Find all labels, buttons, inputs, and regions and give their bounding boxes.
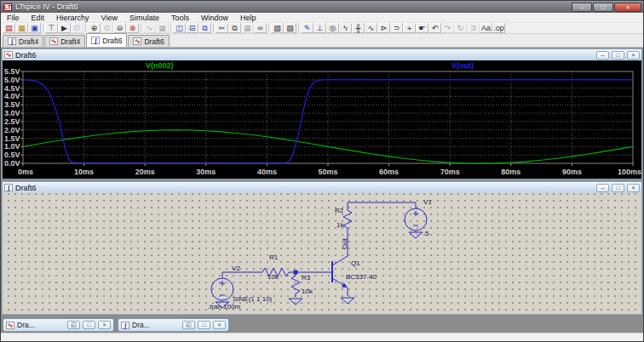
maximize-button[interactable]: □ xyxy=(593,3,613,12)
menu-hierarchy[interactable]: Hierarchy xyxy=(50,14,95,22)
v2-value-label[interactable]: SINE(1 1 10) xyxy=(233,295,272,303)
schematic-canvas[interactable]: V2 SINE(1 1 10) .tran 100m R1 10k R3 10k… xyxy=(3,193,641,314)
maximize-button[interactable]: □ xyxy=(83,321,95,329)
zoom-full-extents-button[interactable]: ⊗ xyxy=(126,23,139,33)
run-button[interactable]: ▶ xyxy=(58,23,71,33)
zoom-back-button[interactable]: ⊙ xyxy=(101,23,113,33)
tile-vertically-button[interactable]: ◫ xyxy=(173,23,186,33)
tile-horizontally-button[interactable]: ⊟ xyxy=(186,23,198,33)
r1-value-label[interactable]: 10k xyxy=(267,273,279,281)
v1-name-label[interactable]: V1 xyxy=(423,198,432,206)
minimize-button[interactable]: – xyxy=(596,51,609,60)
close-button[interactable]: × xyxy=(614,3,641,12)
restore-button[interactable]: □ xyxy=(612,184,624,192)
title-bar[interactable]: LT LTspice IV - Draft6 – □ × xyxy=(1,1,643,13)
wire[interactable] xyxy=(348,202,416,208)
minimized-draft4-schematic[interactable]: ∿ ʃ Dra... ◱ □ × xyxy=(118,318,229,332)
tab-draft4-waveform[interactable]: ∿ ʃ Draft4 xyxy=(44,35,85,47)
new-schematic-button[interactable]: ▤ xyxy=(3,23,15,33)
copy-bitmap-button[interactable]: ▧ xyxy=(271,23,284,33)
svg-text:3.0V: 3.0V xyxy=(4,109,20,117)
copy-button[interactable]: ⧉ xyxy=(228,23,241,33)
draw-wire-button[interactable]: ✎ xyxy=(301,23,313,33)
plot-settings-button[interactable]: ▦ xyxy=(156,23,169,33)
mirror-button[interactable]: Ǝ xyxy=(467,23,480,33)
trace-label[interactable]: V(n002) xyxy=(146,61,174,70)
menu-edit[interactable]: Edit xyxy=(26,14,51,22)
menu-file[interactable]: File xyxy=(1,14,26,22)
menu-window[interactable]: Window xyxy=(195,14,234,22)
svg-text:3.5V: 3.5V xyxy=(4,100,20,109)
v1-value-label[interactable]: 5 xyxy=(425,230,428,237)
r3-resistor[interactable] xyxy=(289,272,302,305)
place-component-button[interactable]: ⊃ xyxy=(390,23,403,33)
move-button[interactable]: ＋ xyxy=(403,23,416,33)
tab-draft6-waveform[interactable]: ∿ ʃ Draft6 xyxy=(128,35,169,47)
open-button[interactable]: ▦ xyxy=(15,23,28,33)
q1-name-label[interactable]: Q1 xyxy=(351,259,360,267)
waveform-plot-svg[interactable]: 5.5V5.0V4.5V4.0V3.5V3.0V2.5V2.0V1.5V1.0V… xyxy=(3,60,643,179)
place-inductor-button[interactable]: ∿ xyxy=(365,23,377,33)
undo-button[interactable]: ↶ xyxy=(428,23,441,33)
cascade-windows-button[interactable]: ⧉ xyxy=(198,23,211,33)
close-button[interactable]: × xyxy=(627,184,640,192)
svg-text:70ms: 70ms xyxy=(440,168,460,176)
halt-button[interactable]: ∅ xyxy=(71,23,83,33)
r2-resistor[interactable] xyxy=(343,207,352,231)
restore-button[interactable]: □ xyxy=(612,51,624,60)
paste-button[interactable]: ▦ xyxy=(241,23,254,33)
waveform-plot-area[interactable]: 5.5V5.0V4.5V4.0V3.5V3.0V2.5V2.0V1.5V1.0V… xyxy=(3,60,641,179)
minimize-button[interactable]: – xyxy=(572,3,592,12)
menu-help[interactable]: Help xyxy=(234,14,262,22)
rotate-button[interactable]: ↻ xyxy=(454,23,467,33)
trace-label[interactable]: V(out) xyxy=(451,61,474,70)
place-text-button[interactable]: Aa xyxy=(480,23,492,33)
menu-simulate[interactable]: Simulate xyxy=(124,14,165,22)
svg-text:90ms: 90ms xyxy=(562,168,582,176)
menu-tools[interactable]: Tools xyxy=(165,14,195,22)
place-capacitor-button[interactable]: ╫ xyxy=(352,23,365,33)
v2-name-label[interactable]: V2 xyxy=(232,265,240,272)
close-button[interactable]: × xyxy=(98,321,111,329)
spice-directive-button[interactable]: .op xyxy=(492,23,505,33)
close-button[interactable]: × xyxy=(627,51,640,60)
svg-text:100ms: 100ms xyxy=(618,168,641,176)
r1-name-label[interactable]: R1 xyxy=(269,254,278,261)
save-button[interactable]: ▣ xyxy=(28,23,41,33)
tab-draft4-schematic[interactable]: ∿ ʃ Draft4 xyxy=(3,35,43,47)
restore-button[interactable]: ◱ xyxy=(182,321,195,329)
control-panel-button[interactable]: ⊤ xyxy=(45,23,58,33)
drag-button[interactable]: ☛ xyxy=(416,23,428,33)
zoom-out-button[interactable]: ⊖ xyxy=(113,23,126,33)
r3-name-label[interactable]: R3 xyxy=(302,274,310,282)
schematic-drawing[interactable] xyxy=(3,193,643,314)
toolbar-separator xyxy=(83,23,88,33)
label-net-button[interactable]: ◎ xyxy=(326,23,339,33)
r2-value-label[interactable]: 1k xyxy=(336,221,343,229)
place-resistor-button[interactable]: ϟ xyxy=(339,23,352,33)
svg-text:4.0V: 4.0V xyxy=(4,92,20,100)
cut-button[interactable]: ✂ xyxy=(216,23,228,33)
minimize-button[interactable]: – xyxy=(596,184,609,192)
q1-value-label[interactable]: BC337-40 xyxy=(346,273,377,281)
zoom-in-button[interactable]: ⊕ xyxy=(88,23,101,33)
redo-button[interactable]: ↷ xyxy=(441,23,454,33)
waveform-window-titlebar[interactable]: ∿ Draft6 – □ × xyxy=(3,49,641,60)
place-ground-button[interactable]: ⊥ xyxy=(313,23,326,33)
find-button[interactable]: ∞ xyxy=(254,23,267,33)
maximize-button[interactable]: □ xyxy=(198,321,210,329)
close-button[interactable]: × xyxy=(213,321,226,329)
r2-name-label[interactable]: R2 xyxy=(335,207,343,214)
tab-draft6-schematic[interactable]: ∿ ʃ Draft6 xyxy=(86,33,127,47)
schematic-window-titlebar[interactable]: ʃ Draft6 – □ × xyxy=(3,182,641,193)
out-net-label[interactable]: Out xyxy=(341,238,348,249)
menu-view[interactable]: View xyxy=(95,14,124,22)
restore-button[interactable]: ◱ xyxy=(67,321,80,329)
print-button[interactable]: ▨ xyxy=(284,23,296,33)
spice-directive-label[interactable]: .tran 100m xyxy=(208,303,240,311)
place-diode-button[interactable]: ⊳ xyxy=(377,23,390,33)
minimized-draft4-waveform[interactable]: ∿ ʃ Dra... ◱ □ × xyxy=(3,318,114,332)
v1-voltage-source[interactable] xyxy=(405,208,427,238)
r3-value-label[interactable]: 10k xyxy=(302,288,313,295)
autorange-y-button[interactable]: ∿ xyxy=(143,23,156,33)
